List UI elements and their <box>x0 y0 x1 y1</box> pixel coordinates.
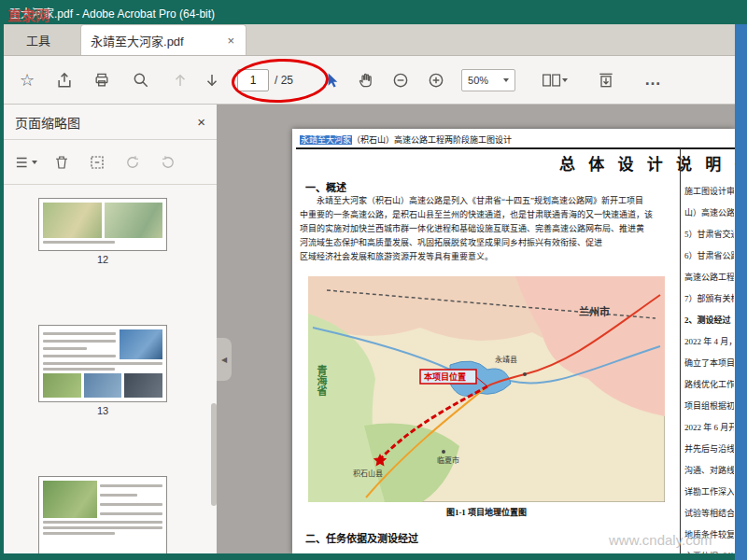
thumbnail-text-line <box>43 355 116 357</box>
map-city-dot <box>523 372 527 376</box>
thumbnail-page-number: 12 <box>97 254 108 265</box>
zoom-out-icon[interactable] <box>388 68 413 92</box>
thumbnail-preview <box>38 198 167 251</box>
sheet-title: 总 体 设 计 说 明 书 <box>559 151 735 175</box>
pdf-page[interactable]: 永靖至大河家（积石山）高速公路工程两阶段施工图设计 总 体 设 计 说 明 书 … <box>292 129 735 553</box>
right-column-line: 7）部颁有关标准 <box>684 288 734 310</box>
title-bar: 至大河家.pdf - Adobe Acrobat Pro (64-bit) <box>0 0 747 24</box>
share-icon[interactable] <box>52 68 77 92</box>
panel-collapse-handle[interactable]: ◀ <box>217 338 232 381</box>
page-count-label: / 25 <box>275 74 293 87</box>
thumbnail-text-line <box>43 340 116 343</box>
right-column-line: 确立了本项目总体 <box>684 353 734 374</box>
map-caption: 图1-1 项目地理位置图 <box>308 506 665 518</box>
section2-heading: 二、任务依据及测设经过 <box>305 530 418 545</box>
chevron-down-icon <box>562 78 568 82</box>
main-toolbar: ☆ / 25 <box>4 56 735 105</box>
map-city-dot <box>442 450 445 454</box>
rotate-left-icon[interactable] <box>121 151 144 174</box>
right-column-line: 5）甘肃省交通运 <box>684 224 734 245</box>
thumbnail-image <box>105 203 163 238</box>
thumbnail-page-13[interactable]: 13 <box>37 325 168 416</box>
rotate-right-icon[interactable] <box>157 151 179 174</box>
hand-tool-icon[interactable] <box>355 68 379 92</box>
thumbnail-text-line <box>43 368 115 371</box>
right-column-line: 施工图设计审查意 <box>684 181 734 203</box>
thumbnail-preview <box>38 325 167 402</box>
panel-title: 页面缩略图 <box>15 113 80 132</box>
thumbnail-options-icon[interactable] <box>15 151 37 174</box>
extract-page-icon[interactable] <box>86 151 108 174</box>
panel-close-icon[interactable]: × <box>197 114 205 130</box>
tab-bar: 工具 永靖至大河家.pdf × <box>4 24 735 56</box>
star-icon[interactable]: ☆ <box>15 68 39 92</box>
print-icon[interactable] <box>90 68 114 92</box>
map-label-qinghai: 青海省 <box>316 364 329 397</box>
scrolling-view-icon[interactable] <box>594 68 618 92</box>
map-label-jishishan: 积石山县 <box>353 469 383 478</box>
thumbnail-text-line <box>43 526 162 529</box>
page-thumbnails-panel: 页面缩略图 × <box>4 105 217 553</box>
page-header: 永靖至大河家（积石山）高速公路工程两阶段施工图设计 <box>300 133 512 146</box>
thumbnail-text-line <box>43 521 162 524</box>
thumbnail-image <box>124 373 162 398</box>
next-page-icon[interactable] <box>200 68 224 92</box>
thumbnail-text-line <box>43 347 87 350</box>
thumbnail-text-line <box>43 532 115 535</box>
right-column-line: 6）甘肃省公路发 <box>684 245 734 267</box>
search-icon[interactable] <box>129 68 153 92</box>
thumbnail-text-line <box>43 241 115 244</box>
delete-page-icon[interactable] <box>50 151 73 174</box>
column-divider <box>680 148 681 553</box>
thumbnail-page-12[interactable]: 12 <box>37 198 168 265</box>
tab-close-icon[interactable]: × <box>225 34 236 48</box>
paragraph-line: 河流域生态保护和高质量发展、巩固拓展脱贫攻坚成果同乡村振兴有效衔接、促进 <box>300 236 679 250</box>
more-tools-icon[interactable]: … <box>641 68 665 92</box>
page-right-column: 施工图设计审查意 山）高速公路两阶 5）甘肃省交通运 6）甘肃省公路发 高速公路… <box>684 181 734 553</box>
page-number-input[interactable] <box>237 69 269 91</box>
acrobat-window: 至大河家.pdf - Adobe Acrobat Pro (64-bit) 工具… <box>0 0 747 560</box>
right-column-line: 并先后与沿线各级 <box>684 439 734 460</box>
right-column-line: 沟通、对路线方案 <box>684 460 734 482</box>
right-column-line: 项目组根据初步设 <box>684 396 734 417</box>
map-label-project: 本项目位置 <box>424 371 466 382</box>
map-label-linxia: 临夏市 <box>437 455 459 465</box>
chevron-down-icon <box>503 78 509 82</box>
right-column-line: 2022 年 4 月，项 <box>684 331 734 353</box>
previous-page-icon[interactable] <box>168 68 192 92</box>
right-column-line: 高速公路工程两阶 <box>684 267 734 288</box>
document-area: ◀ 永靖至大河家（积石山）高速公路工程两阶段施工图设计 总 体 设 计 说 明 … <box>217 105 735 553</box>
thumbnail-page-14[interactable]: 14 <box>37 476 168 553</box>
chevron-down-icon <box>32 161 37 164</box>
tab-document-label: 永靖至大河家.pdf <box>91 32 184 49</box>
thumbnail-image <box>43 481 97 518</box>
zoom-in-icon[interactable] <box>424 68 448 92</box>
right-column-line: 山）高速公路两阶 <box>684 203 734 224</box>
window-title: 至大河家.pdf - Adobe Acrobat Pro (64-bit) <box>9 5 215 21</box>
tab-document[interactable]: 永靖至大河家.pdf × <box>80 24 247 55</box>
thumbnail-image <box>43 203 102 238</box>
paragraph-line: 中重要的一条高速公路，是积石山县至兰州的快速通道，也是甘肃联通青海的又一快速通道… <box>300 208 679 222</box>
zoom-level-dropdown[interactable]: 50% <box>461 69 515 91</box>
right-column-line: 2、测设经过 <box>684 310 734 331</box>
page-header-rest: （积石山）高速公路工程两阶段施工图设计 <box>352 135 512 145</box>
thumbnail-text-line <box>100 503 162 506</box>
thumbnail-preview <box>38 476 167 553</box>
tab-tools[interactable]: 工具 <box>4 23 73 55</box>
thumbnail-text-line <box>43 362 162 365</box>
window-border-bottom <box>0 553 735 560</box>
right-column-line: 路线优化工作。 <box>684 374 734 396</box>
right-column-line: 地质条件较复杂路 <box>684 525 734 546</box>
panel-header: 页面缩略图 × <box>4 105 217 140</box>
thumbnail-image <box>84 373 122 398</box>
location-map: 本项目位置 青海省 兰州市 永靖县 临夏市 积石山县 <box>308 276 665 502</box>
right-column-line: 详勘工作深入细致 <box>684 482 734 503</box>
page-display-icon[interactable] <box>538 68 571 92</box>
paragraph-line: 区域经济社会发展和旅游资源开发等具有重要意义。 <box>300 250 679 264</box>
thumbnail-image <box>120 329 162 359</box>
thumbnail-page-number: 13 <box>97 405 108 416</box>
thumbnail-text-line <box>43 332 116 335</box>
select-tool-icon[interactable] <box>319 68 344 92</box>
paragraph-line: 永靖至大河家（积石山）高速公路是列入《甘肃省“十四五”规划高速公路网》新开工项目 <box>300 194 679 208</box>
right-column-line: 主要依据《公路工 <box>684 546 734 553</box>
